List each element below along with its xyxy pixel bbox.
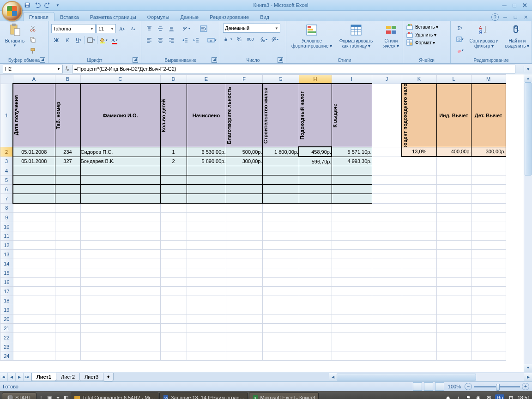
col-header-A[interactable]: A — [13, 75, 55, 84]
view-page-break-button[interactable] — [435, 382, 444, 391]
cell-K16[interactable] — [402, 278, 436, 287]
scroll-left-icon[interactable]: ◀ — [329, 373, 337, 381]
cell-K17[interactable] — [402, 287, 436, 296]
font-size-combo[interactable]: 11▼ — [97, 24, 116, 33]
decrease-decimal-icon[interactable]: ,00,0 — [270, 34, 280, 44]
cell-I15[interactable] — [332, 268, 372, 278]
start-button[interactable]: START — [2, 393, 36, 399]
row-header-8[interactable]: 8 — [0, 203, 13, 213]
col-header-G[interactable]: G — [262, 75, 299, 84]
sheet-nav-last[interactable]: ⏭ — [24, 373, 31, 381]
cell-B8[interactable] — [55, 203, 80, 213]
cell-K18[interactable] — [402, 296, 436, 305]
view-normal-button[interactable] — [413, 382, 422, 391]
taskbar-item-word[interactable]: WЗадание 13, 14 [Режим огран… — [159, 393, 248, 399]
cell-H21[interactable] — [299, 324, 332, 333]
cell-M24[interactable] — [471, 351, 506, 361]
sheet-tab-2[interactable]: Лист2 — [56, 373, 80, 381]
cell-I22[interactable] — [332, 333, 372, 342]
fx-button[interactable]: fx — [63, 65, 72, 72]
cell-C22[interactable] — [80, 333, 160, 342]
cell-I20[interactable] — [332, 314, 372, 324]
alignment-dialog-launcher[interactable]: ◢ — [212, 57, 217, 63]
cell-F11[interactable] — [226, 231, 262, 241]
cell-H12[interactable] — [299, 241, 332, 250]
tray-icon-3[interactable]: ⚑ — [465, 394, 472, 399]
cell-L1[interactable]: Инд. Вычет — [436, 84, 471, 147]
delete-cells-button[interactable]: Удалить ▾ — [406, 31, 436, 38]
cell-H23[interactable] — [299, 342, 332, 351]
minimize-button[interactable]: ─ — [500, 1, 509, 9]
cell-F17[interactable] — [226, 287, 262, 296]
cell-L17[interactable] — [436, 287, 471, 296]
cell-M14[interactable] — [471, 259, 506, 268]
cell-A18[interactable] — [13, 296, 55, 305]
cell-D24[interactable] — [160, 351, 187, 361]
font-dialog-launcher[interactable]: ◢ — [133, 57, 138, 63]
cell-M16[interactable] — [471, 278, 506, 287]
format-painter-icon[interactable] — [28, 46, 38, 56]
cell-I23[interactable] — [332, 342, 372, 351]
cell-F4[interactable] — [226, 166, 262, 175]
cell-B4[interactable] — [55, 166, 80, 175]
cell-B21[interactable] — [55, 324, 80, 333]
zoom-slider[interactable] — [474, 386, 520, 387]
cell-K6[interactable] — [402, 185, 436, 194]
cell-B18[interactable] — [55, 296, 80, 305]
cell-I8[interactable] — [332, 203, 372, 213]
cell-M2[interactable]: 300,00р. — [471, 147, 506, 157]
row-header-11[interactable]: 11 — [0, 231, 13, 241]
qat-customize-icon[interactable]: ▼ — [54, 1, 62, 9]
cell-D20[interactable] — [160, 314, 187, 324]
row-header-20[interactable]: 20 — [0, 314, 13, 324]
taskbar-item-tc[interactable]: Total Commander 6.54Я2 - Mi… — [71, 393, 158, 399]
cell-C11[interactable] — [80, 231, 160, 241]
cell-B15[interactable] — [55, 268, 80, 278]
cell-L18[interactable] — [436, 296, 471, 305]
cell-L5[interactable] — [436, 175, 471, 185]
cell-E6[interactable] — [187, 185, 226, 194]
doc-close-button[interactable]: ✕ — [522, 13, 529, 21]
cell-L4[interactable] — [436, 166, 471, 175]
cell-G2[interactable]: 1 800,00р. — [262, 147, 299, 157]
cell-A15[interactable] — [13, 268, 55, 278]
view-page-layout-button[interactable] — [424, 382, 433, 391]
cell-A3[interactable]: 05.01.2008 — [13, 157, 55, 166]
cell-A8[interactable] — [13, 203, 55, 213]
row-header-22[interactable]: 22 — [0, 333, 13, 342]
cell-A19[interactable] — [13, 305, 55, 314]
cell-F3[interactable]: 300,00р. — [226, 157, 262, 166]
cell-C19[interactable] — [80, 305, 160, 314]
cell-C18[interactable] — [80, 296, 160, 305]
cell-J8[interactable] — [372, 203, 402, 213]
cell-L14[interactable] — [436, 259, 471, 268]
cell-K19[interactable] — [402, 305, 436, 314]
zoom-out-button[interactable]: − — [465, 383, 472, 390]
redo-icon[interactable] — [43, 1, 52, 9]
cell-B20[interactable] — [55, 314, 80, 324]
row-header-2[interactable]: 2 — [0, 147, 13, 157]
cell-K2[interactable]: 13,0% — [402, 147, 436, 157]
cell-K22[interactable] — [402, 333, 436, 342]
cell-I24[interactable] — [332, 351, 372, 361]
cell-B22[interactable] — [55, 333, 80, 342]
cell-H2[interactable]: 458,90р. — [299, 147, 332, 157]
bold-button[interactable]: Ж — [51, 35, 61, 45]
close-button[interactable]: ✕ — [520, 1, 529, 9]
cell-J20[interactable] — [372, 314, 402, 324]
cell-I14[interactable] — [332, 259, 372, 268]
cell-L23[interactable] — [436, 342, 471, 351]
cell-J5[interactable] — [372, 175, 402, 185]
cell-A2[interactable]: 05.01.2008 — [13, 147, 55, 157]
cell-J4[interactable] — [372, 166, 402, 175]
tray-icon-4[interactable]: ◉ — [475, 394, 482, 399]
cell-M11[interactable] — [471, 231, 506, 241]
cell-C3[interactable]: Бондарев В.К. — [80, 157, 160, 166]
cell-D10[interactable] — [160, 222, 187, 231]
col-header-D[interactable]: D — [160, 75, 187, 84]
tab-page-layout[interactable]: Разметка страницы — [85, 12, 142, 21]
cell-D4[interactable] — [160, 166, 187, 175]
cell-K12[interactable] — [402, 241, 436, 250]
cell-styles-button[interactable]: Стили ячеек ▾ — [378, 22, 405, 49]
number-format-combo[interactable]: Денежный▼ — [223, 24, 280, 33]
